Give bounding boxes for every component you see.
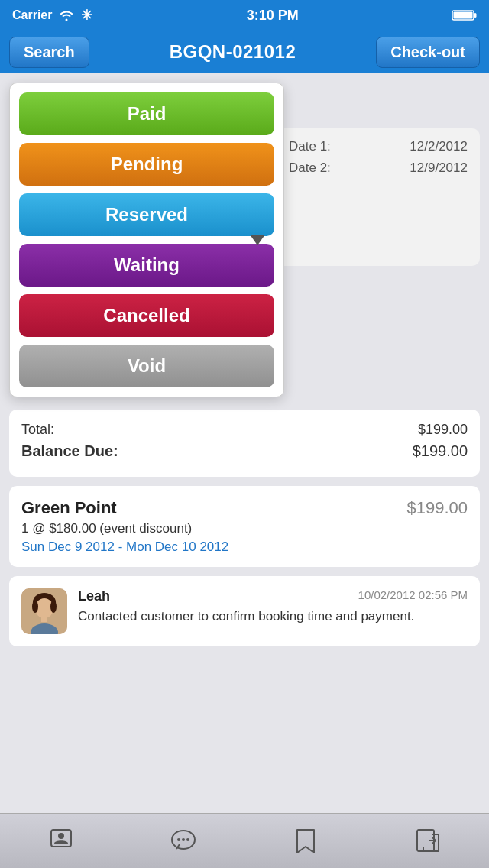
green-point-dates: Sun Dec 9 2012 - Mon Dec 10 2012 <box>21 539 468 555</box>
tab-messages[interactable] <box>122 814 244 868</box>
person-icon <box>47 828 75 855</box>
green-point-section: Green Point $199.00 1 @ $180.00 (event d… <box>9 486 480 567</box>
green-point-detail: 1 @ $180.00 (event discount) <box>21 521 468 536</box>
svg-point-7 <box>50 601 57 613</box>
nav-bar: Search BGQN-021012 Check-out <box>0 31 489 73</box>
status-option-waiting[interactable]: Waiting <box>19 244 274 287</box>
date1-value: 12/2/2012 <box>410 139 468 154</box>
status-bar-time: 3:10 PM <box>247 8 299 24</box>
date1-label: Date 1: <box>289 139 331 154</box>
status-option-reserved[interactable]: Reserved <box>19 193 274 236</box>
green-point-header: Green Point $199.00 <box>21 498 468 518</box>
battery-icon <box>452 9 477 21</box>
comment-section: Leah 10/02/2012 02:56 PM Contacted custo… <box>9 576 480 646</box>
status-bar-left: Carrier ✳ <box>12 7 92 24</box>
tab-bookmarks[interactable] <box>244 814 367 868</box>
balance-value: $199.00 <box>413 442 468 460</box>
svg-rect-9 <box>41 616 47 622</box>
loading-icon: ✳ <box>81 7 92 24</box>
total-label: Total: <box>21 422 54 438</box>
green-point-name: Green Point <box>21 498 117 518</box>
status-option-paid[interactable]: Paid <box>19 92 274 135</box>
date2-label: Date 2: <box>289 160 331 176</box>
svg-point-11 <box>58 833 64 839</box>
svg-point-15 <box>186 838 189 841</box>
comment-header: Leah 10/02/2012 02:56 PM <box>78 588 468 604</box>
nav-title: BGQN-021012 <box>170 41 296 63</box>
balance-row: Balance Due: $199.00 <box>21 442 468 460</box>
checkout-button[interactable]: Check-out <box>376 37 480 68</box>
svg-rect-2 <box>453 12 472 19</box>
date2-value: 12/9/2012 <box>410 160 468 176</box>
green-point-price: $199.00 <box>406 498 468 518</box>
status-bar: Carrier ✳ 3:10 PM <box>0 0 489 31</box>
svg-rect-1 <box>474 13 476 18</box>
comment-time: 10/02/2012 02:56 PM <box>358 588 468 604</box>
tab-bar <box>0 813 489 868</box>
svg-point-6 <box>32 601 38 613</box>
chat-icon <box>170 828 197 855</box>
total-row: Total: $199.00 <box>21 422 468 438</box>
tab-export[interactable] <box>367 814 489 868</box>
comment-text: Contacted customer to confirm booking ti… <box>78 607 468 626</box>
carrier-label: Carrier <box>12 8 52 22</box>
main-content: Date 1: 12/2/2012 Date 2: 12/9/2012 Paid… <box>0 73 489 665</box>
balance-label: Balance Due: <box>21 442 118 460</box>
export-icon <box>414 828 442 855</box>
status-dropdown: Paid Pending Reserved Waiting Cancelled … <box>9 83 284 397</box>
status-option-void[interactable]: Void <box>19 345 274 387</box>
booking-card: Total: $199.00 Balance Due: $199.00 <box>9 410 480 477</box>
wifi-icon <box>58 9 75 21</box>
total-value: $199.00 <box>418 422 468 438</box>
dropdown-arrow-icon <box>250 235 265 245</box>
avatar <box>21 588 67 634</box>
svg-point-14 <box>182 838 185 841</box>
comment-body: Leah 10/02/2012 02:56 PM Contacted custo… <box>78 588 468 626</box>
status-option-cancelled[interactable]: Cancelled <box>19 294 274 337</box>
tab-contacts[interactable] <box>0 814 122 868</box>
bookmark-icon <box>292 828 319 855</box>
status-bar-right <box>452 9 477 21</box>
svg-point-13 <box>177 838 180 841</box>
search-button[interactable]: Search <box>9 37 89 68</box>
comment-author: Leah <box>78 588 110 604</box>
status-option-pending[interactable]: Pending <box>19 143 274 186</box>
